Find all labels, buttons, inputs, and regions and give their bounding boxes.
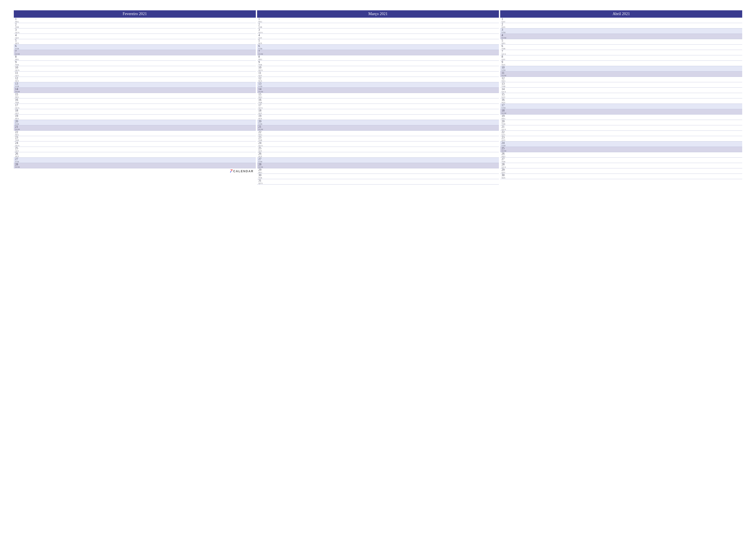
day-row: 5SEG xyxy=(500,39,742,44)
brand-seven-icon: 7 xyxy=(230,168,233,173)
day-weekday: SEG xyxy=(15,96,25,98)
day-number: 28 xyxy=(501,163,511,166)
day-label: 16SEX xyxy=(500,98,511,104)
day-row: 16SEX xyxy=(500,98,742,104)
day-row: 25DOM xyxy=(500,147,742,152)
day-notes-area xyxy=(511,39,742,44)
day-notes-area xyxy=(268,93,499,98)
day-number: 21 xyxy=(258,125,268,128)
day-label: 13TER xyxy=(500,82,511,88)
day-weekday: QUI xyxy=(501,134,511,136)
day-label: 27SÁB xyxy=(14,158,25,163)
day-number: 26 xyxy=(258,152,268,155)
day-row: 15SEG xyxy=(257,93,499,98)
day-row: 15SEG xyxy=(14,93,256,98)
day-number: 27 xyxy=(15,158,25,161)
day-notes-area xyxy=(25,152,256,157)
day-row: 3QUA xyxy=(257,28,499,34)
day-weekday: QUA xyxy=(258,145,268,147)
day-weekday: SEX xyxy=(501,26,511,28)
day-weekday: QUI xyxy=(258,150,268,152)
day-row: 8SEG xyxy=(14,55,256,61)
day-weekday: SEX xyxy=(15,156,25,157)
day-weekday: TER xyxy=(15,102,25,104)
day-row: 8SEG xyxy=(257,55,499,61)
day-notes-area xyxy=(25,98,256,104)
day-label: 12SEX xyxy=(14,77,25,82)
day-notes-area xyxy=(268,23,499,28)
month-column: Março 20211SEG2TER3QUA4QUI5SEX6SÁB7DOM8S… xyxy=(257,10,499,185)
day-label: 8SEG xyxy=(14,55,25,61)
day-row: 13TER xyxy=(500,82,742,88)
day-number: 6 xyxy=(258,44,268,48)
day-label: 14DOM xyxy=(14,88,25,93)
day-row: 12SEX xyxy=(257,77,499,82)
day-weekday: SEG xyxy=(258,172,268,173)
day-notes-area xyxy=(268,77,499,82)
day-row: 12SEG xyxy=(500,77,742,82)
day-row: 18QUI xyxy=(14,109,256,114)
day-label: 24QUA xyxy=(14,141,25,147)
day-notes-area xyxy=(511,50,742,55)
day-row: 26SEX xyxy=(257,152,499,158)
day-notes-area xyxy=(511,104,742,109)
day-weekday: SEG xyxy=(501,156,511,157)
day-number: 14 xyxy=(15,88,25,91)
day-label: 22SEG xyxy=(257,131,268,136)
day-label: 13SÁB xyxy=(14,82,25,88)
day-row: 2TER xyxy=(14,23,256,28)
day-notes-area xyxy=(511,125,742,131)
day-row: 25QUI xyxy=(14,147,256,152)
day-row: 27SÁB xyxy=(14,158,256,163)
day-weekday: SEG xyxy=(15,21,25,23)
day-notes-area xyxy=(511,168,742,173)
day-row: 9SEX xyxy=(500,61,742,66)
day-row: 7DOM xyxy=(14,50,256,55)
day-number: 26 xyxy=(501,152,511,155)
day-notes-area xyxy=(268,131,499,136)
day-number: 13 xyxy=(501,82,511,85)
day-weekday: QUA xyxy=(258,182,268,184)
day-row: 23SEX xyxy=(500,136,742,141)
day-number: 4 xyxy=(15,34,25,37)
day-label: 10QUA xyxy=(14,66,25,71)
day-weekday: TER xyxy=(258,26,268,28)
day-notes-area xyxy=(511,61,742,66)
day-row: 1SEG xyxy=(257,18,499,23)
day-notes-area xyxy=(25,158,256,163)
brand-footer: 7CALENDAR xyxy=(14,168,256,174)
day-notes-area xyxy=(268,147,499,152)
day-number: 31 xyxy=(258,179,268,182)
day-label: 23TER xyxy=(14,136,25,141)
day-notes-area xyxy=(511,147,742,152)
day-label: 23SEX xyxy=(500,136,511,141)
day-weekday: SEX xyxy=(501,177,511,179)
day-notes-area xyxy=(25,163,256,168)
day-label: 22QUI xyxy=(500,131,511,136)
day-number: 11 xyxy=(15,71,25,74)
day-row: 20SÁB xyxy=(257,120,499,125)
day-row: 10QUA xyxy=(257,66,499,71)
day-number: 6 xyxy=(501,44,511,48)
day-row: 15QUI xyxy=(500,93,742,98)
day-number: 24 xyxy=(501,141,511,144)
day-label: 7DOM xyxy=(14,50,25,55)
day-label: 22SEG xyxy=(14,131,25,136)
day-label: 15SEG xyxy=(257,93,268,98)
day-row: 13SÁB xyxy=(14,82,256,88)
day-number: 2 xyxy=(15,23,25,26)
day-label: 7DOM xyxy=(257,50,268,55)
day-weekday: SEG xyxy=(258,96,268,98)
day-row: 6SÁB xyxy=(257,44,499,50)
day-label: 9TER xyxy=(257,61,268,66)
day-weekday: DOM xyxy=(258,166,268,168)
day-label: 30SEX xyxy=(500,174,511,179)
day-label: 25QUI xyxy=(257,147,268,152)
day-notes-area xyxy=(25,71,256,77)
day-row: 17QUA xyxy=(14,104,256,109)
day-weekday: DOM xyxy=(501,75,511,77)
day-number: 23 xyxy=(15,136,25,139)
day-number: 19 xyxy=(501,114,511,117)
day-weekday: TER xyxy=(501,86,511,88)
day-label: 18DOM xyxy=(500,109,511,114)
